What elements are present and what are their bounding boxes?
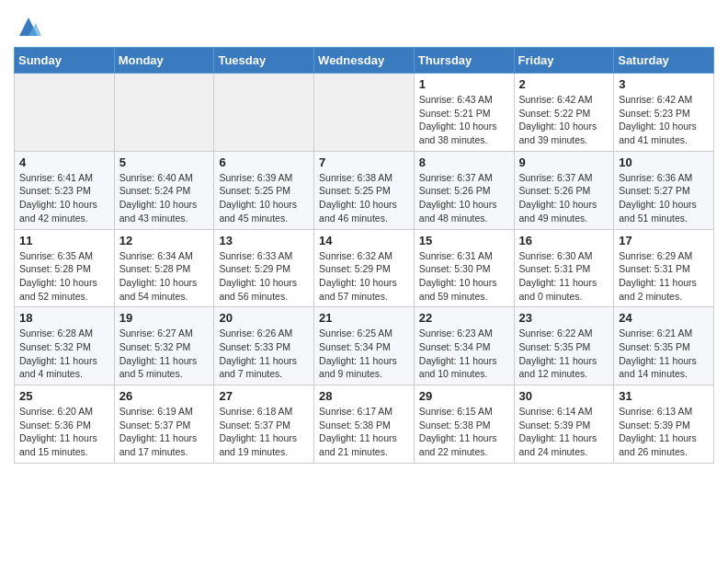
day-number: 11	[19, 234, 109, 247]
day-number: 22	[419, 311, 509, 325]
day-info: Sunrise: 6:20 AM Sunset: 5:36 PM Dayligh…	[19, 405, 109, 459]
calendar-cell: 21Sunrise: 6:25 AM Sunset: 5:34 PM Dayli…	[314, 307, 415, 385]
calendar-header-row: SundayMondayTuesdayWednesdayThursdayFrid…	[15, 48, 714, 74]
day-number: 23	[519, 311, 609, 325]
calendar-cell: 12Sunrise: 6:34 AM Sunset: 5:28 PM Dayli…	[114, 229, 214, 307]
day-number: 31	[619, 389, 709, 403]
day-info: Sunrise: 6:21 AM Sunset: 5:35 PM Dayligh…	[619, 327, 709, 381]
calendar-cell: 17Sunrise: 6:29 AM Sunset: 5:31 PM Dayli…	[614, 229, 714, 307]
logo-icon	[16, 14, 41, 40]
calendar-cell: 1Sunrise: 6:43 AM Sunset: 5:21 PM Daylig…	[414, 74, 514, 152]
weekday-header-friday: Friday	[514, 48, 614, 74]
day-info: Sunrise: 6:17 AM Sunset: 5:38 PM Dayligh…	[319, 405, 409, 459]
day-number: 27	[219, 389, 309, 403]
calendar-cell: 5Sunrise: 6:40 AM Sunset: 5:24 PM Daylig…	[114, 151, 214, 229]
day-number: 13	[219, 234, 309, 247]
calendar-cell: 2Sunrise: 6:42 AM Sunset: 5:22 PM Daylig…	[514, 74, 614, 152]
calendar-cell	[214, 74, 314, 152]
calendar-cell: 14Sunrise: 6:32 AM Sunset: 5:29 PM Dayli…	[314, 229, 415, 307]
calendar-cell: 4Sunrise: 6:41 AM Sunset: 5:23 PM Daylig…	[15, 151, 115, 229]
weekday-header-wednesday: Wednesday	[314, 48, 415, 74]
day-info: Sunrise: 6:42 AM Sunset: 5:23 PM Dayligh…	[619, 93, 709, 147]
calendar-week-4: 18Sunrise: 6:28 AM Sunset: 5:32 PM Dayli…	[15, 307, 714, 385]
calendar-cell	[114, 74, 214, 152]
day-number: 18	[19, 311, 109, 325]
day-number: 28	[319, 389, 409, 403]
calendar-cell: 15Sunrise: 6:31 AM Sunset: 5:30 PM Dayli…	[414, 229, 514, 307]
day-number: 4	[19, 155, 109, 169]
day-info: Sunrise: 6:40 AM Sunset: 5:24 PM Dayligh…	[119, 171, 210, 225]
calendar-cell	[15, 74, 115, 152]
day-number: 12	[119, 234, 210, 247]
calendar-cell: 16Sunrise: 6:30 AM Sunset: 5:31 PM Dayli…	[514, 229, 614, 307]
weekday-header-sunday: Sunday	[15, 48, 115, 74]
calendar-cell: 29Sunrise: 6:15 AM Sunset: 5:38 PM Dayli…	[414, 385, 514, 464]
day-info: Sunrise: 6:34 AM Sunset: 5:28 PM Dayligh…	[119, 249, 210, 304]
day-number: 19	[119, 311, 210, 325]
calendar-cell: 7Sunrise: 6:38 AM Sunset: 5:25 PM Daylig…	[314, 151, 415, 229]
calendar-body: 1Sunrise: 6:43 AM Sunset: 5:21 PM Daylig…	[15, 74, 714, 464]
calendar-cell: 3Sunrise: 6:42 AM Sunset: 5:23 PM Daylig…	[614, 74, 714, 152]
day-number: 29	[419, 389, 509, 403]
day-info: Sunrise: 6:41 AM Sunset: 5:23 PM Dayligh…	[19, 171, 109, 225]
calendar-cell: 26Sunrise: 6:19 AM Sunset: 5:37 PM Dayli…	[114, 385, 214, 464]
calendar-cell: 25Sunrise: 6:20 AM Sunset: 5:36 PM Dayli…	[15, 385, 115, 464]
calendar-cell: 6Sunrise: 6:39 AM Sunset: 5:25 PM Daylig…	[214, 151, 314, 229]
day-info: Sunrise: 6:14 AM Sunset: 5:39 PM Dayligh…	[519, 405, 609, 459]
day-number: 21	[319, 311, 409, 325]
weekday-header-monday: Monday	[114, 48, 214, 74]
calendar-cell: 23Sunrise: 6:22 AM Sunset: 5:35 PM Dayli…	[514, 307, 614, 385]
day-number: 30	[519, 389, 609, 403]
calendar-cell: 13Sunrise: 6:33 AM Sunset: 5:29 PM Dayli…	[214, 229, 314, 307]
weekday-header-thursday: Thursday	[414, 48, 514, 74]
calendar-week-5: 25Sunrise: 6:20 AM Sunset: 5:36 PM Dayli…	[15, 385, 714, 464]
day-info: Sunrise: 6:35 AM Sunset: 5:28 PM Dayligh…	[19, 249, 109, 304]
day-info: Sunrise: 6:23 AM Sunset: 5:34 PM Dayligh…	[419, 327, 509, 381]
day-info: Sunrise: 6:25 AM Sunset: 5:34 PM Dayligh…	[319, 327, 409, 381]
day-info: Sunrise: 6:22 AM Sunset: 5:35 PM Dayligh…	[519, 327, 609, 381]
calendar-cell: 8Sunrise: 6:37 AM Sunset: 5:26 PM Daylig…	[414, 151, 514, 229]
day-number: 6	[219, 155, 309, 169]
day-info: Sunrise: 6:43 AM Sunset: 5:21 PM Dayligh…	[419, 93, 509, 147]
day-info: Sunrise: 6:13 AM Sunset: 5:39 PM Dayligh…	[619, 405, 709, 459]
calendar-table: SundayMondayTuesdayWednesdayThursdayFrid…	[14, 47, 714, 464]
day-number: 2	[519, 77, 609, 91]
day-info: Sunrise: 6:32 AM Sunset: 5:29 PM Dayligh…	[319, 249, 409, 304]
day-info: Sunrise: 6:19 AM Sunset: 5:37 PM Dayligh…	[119, 405, 210, 459]
calendar-week-2: 4Sunrise: 6:41 AM Sunset: 5:23 PM Daylig…	[15, 151, 714, 229]
day-number: 8	[419, 155, 509, 169]
day-info: Sunrise: 6:33 AM Sunset: 5:29 PM Dayligh…	[219, 249, 309, 304]
day-number: 14	[319, 234, 409, 247]
day-info: Sunrise: 6:18 AM Sunset: 5:37 PM Dayligh…	[219, 405, 309, 459]
day-info: Sunrise: 6:37 AM Sunset: 5:26 PM Dayligh…	[419, 171, 509, 225]
day-info: Sunrise: 6:37 AM Sunset: 5:26 PM Dayligh…	[519, 171, 609, 225]
calendar-cell: 27Sunrise: 6:18 AM Sunset: 5:37 PM Dayli…	[214, 385, 314, 464]
day-number: 17	[619, 234, 709, 247]
day-number: 10	[619, 155, 709, 169]
day-info: Sunrise: 6:28 AM Sunset: 5:32 PM Dayligh…	[19, 327, 109, 381]
calendar-cell: 24Sunrise: 6:21 AM Sunset: 5:35 PM Dayli…	[614, 307, 714, 385]
day-info: Sunrise: 6:36 AM Sunset: 5:27 PM Dayligh…	[619, 171, 709, 225]
calendar-cell: 22Sunrise: 6:23 AM Sunset: 5:34 PM Dayli…	[414, 307, 514, 385]
day-info: Sunrise: 6:27 AM Sunset: 5:32 PM Dayligh…	[119, 327, 210, 381]
day-number: 16	[519, 234, 609, 247]
day-info: Sunrise: 6:31 AM Sunset: 5:30 PM Dayligh…	[419, 249, 509, 304]
day-info: Sunrise: 6:42 AM Sunset: 5:22 PM Dayligh…	[519, 93, 609, 147]
day-number: 9	[519, 155, 609, 169]
calendar-cell: 11Sunrise: 6:35 AM Sunset: 5:28 PM Dayli…	[15, 229, 115, 307]
day-number: 1	[419, 77, 509, 91]
calendar-cell: 18Sunrise: 6:28 AM Sunset: 5:32 PM Dayli…	[15, 307, 115, 385]
weekday-header-saturday: Saturday	[614, 48, 714, 74]
day-number: 15	[419, 234, 509, 247]
day-number: 26	[119, 389, 210, 403]
calendar-cell: 9Sunrise: 6:37 AM Sunset: 5:26 PM Daylig…	[514, 151, 614, 229]
calendar-cell: 19Sunrise: 6:27 AM Sunset: 5:32 PM Dayli…	[114, 307, 214, 385]
day-info: Sunrise: 6:30 AM Sunset: 5:31 PM Dayligh…	[519, 249, 609, 304]
calendar-cell: 31Sunrise: 6:13 AM Sunset: 5:39 PM Dayli…	[614, 385, 714, 464]
calendar-cell: 20Sunrise: 6:26 AM Sunset: 5:33 PM Dayli…	[214, 307, 314, 385]
calendar-cell	[314, 74, 415, 152]
page-header	[14, 9, 714, 40]
day-info: Sunrise: 6:26 AM Sunset: 5:33 PM Dayligh…	[219, 327, 309, 381]
day-number: 5	[119, 155, 210, 169]
calendar-cell: 10Sunrise: 6:36 AM Sunset: 5:27 PM Dayli…	[614, 151, 714, 229]
